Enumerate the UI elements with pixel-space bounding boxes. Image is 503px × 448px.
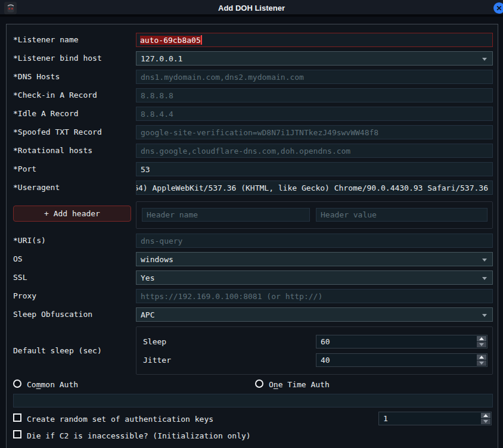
random-keys-count-spinbox[interactable]: 1 [378,412,492,425]
chevron-down-icon [482,277,487,280]
chevron-down-icon [482,259,487,262]
default-sleep-label: Default sleep (sec) [13,346,102,356]
checkin-a-record-label: *Check-in A Record [13,91,97,100]
default-sleep-groupbox [136,326,493,375]
sleep-spin-up-button[interactable] [477,336,486,341]
idle-a-record-label: *Idle A Record [13,109,79,119]
selected-text: auto-69cb8a05 [140,36,201,45]
jitter-spin-up-button[interactable] [477,354,486,360]
proxy-input[interactable] [136,289,493,303]
jitter-spinbox[interactable]: 40 [316,353,488,367]
proxy-label: Proxy [13,291,36,301]
uris-label: *URI(s) [13,236,46,245]
window-titlebar: Add DOH Listener ✕ [0,0,503,17]
sleep-obfuscation-select[interactable]: APC [136,307,493,322]
os-select[interactable]: windows [136,252,493,266]
random-keys-count-value: 1 [383,414,388,423]
port-label: *Port [13,164,36,174]
listener-name-label: *Listener name [13,35,79,45]
die-if-inaccessible-checkbox[interactable] [13,430,21,438]
add-header-button-label: + Add header [44,209,100,218]
jitter-label: Jitter [143,356,171,365]
useragent-value: x64) AppleWebKit/537.36 (KHTML, like Gec… [136,183,488,192]
arrow-down-icon [479,343,484,346]
auth-token-input[interactable] [13,394,493,407]
header-name-input[interactable] [142,208,310,222]
add-header-button[interactable]: + Add header [13,206,131,222]
one-time-auth-radio[interactable] [255,379,263,388]
header-value-input[interactable] [316,208,488,222]
arrow-down-icon [483,420,488,423]
one-time-auth-label: One Time Auth [269,380,330,390]
checkin-a-record-input[interactable] [136,88,493,102]
bind-host-select[interactable]: 127.0.0.1 [136,51,493,66]
close-icon: ✕ [496,4,502,13]
add-doh-listener-dialog: Add DOH Listener ✕ *Listener name auto-6… [0,0,503,448]
sleep-obfuscation-value: APC [141,310,154,319]
ssl-label: SSL [13,273,27,282]
sleep-label: Sleep [143,337,166,347]
random-keys-label: Create random set of authentication keys [27,415,213,424]
dns-hosts-label: *DNS Hosts [13,72,60,82]
ssl-value: Yes [141,273,154,282]
ssl-select[interactable]: Yes [136,270,493,285]
common-auth-radio[interactable] [13,379,21,388]
arrow-up-icon [479,356,484,359]
uris-input[interactable] [136,234,493,248]
sleep-value: 60 [321,337,330,346]
useragent-input[interactable]: x64) AppleWebKit/537.36 (KHTML, like Gec… [136,181,493,195]
listener-name-input[interactable]: auto-69cb8a05 [136,33,493,47]
bind-host-label: *Listener bind host [13,54,102,63]
random-keys-checkbox[interactable] [13,413,21,422]
sleep-obfuscation-label: Sleep Obfuscation [13,310,92,319]
idle-a-record-input[interactable] [136,107,493,121]
useragent-label: *Useragent [13,183,60,192]
random-keys-spin-up-button[interactable] [481,413,490,418]
port-input[interactable] [136,162,493,176]
sleep-spin-down-button[interactable] [477,342,486,347]
dns-hosts-input[interactable] [136,70,493,84]
die-if-inaccessible-label: Die if C2 is inaccessible? (Initializati… [27,431,251,441]
sleep-spinbox[interactable]: 60 [316,335,488,349]
window-title: Add DOH Listener [0,4,503,13]
chevron-down-icon [482,314,487,317]
bind-host-value: 127.0.0.1 [141,54,182,63]
close-button[interactable]: ✕ [493,2,503,14]
text-cursor [201,35,202,45]
random-keys-spin-down-button[interactable] [481,419,490,424]
arrow-up-icon [479,337,484,340]
common-auth-label: Common Auth [27,380,78,390]
os-value: windows [141,255,173,264]
arrow-up-icon [483,414,488,417]
jitter-value: 40 [321,356,330,365]
chevron-down-icon [482,58,487,61]
rotational-hosts-input[interactable] [136,144,493,158]
spoofed-txt-record-input[interactable] [136,125,493,139]
jitter-spin-down-button[interactable] [477,360,486,366]
os-label: OS [13,254,23,264]
rotational-hosts-label: *Rotational hosts [13,146,92,155]
arrow-down-icon [479,362,484,365]
spoofed-txt-record-label: *Spoofed TXT Record [13,127,102,137]
